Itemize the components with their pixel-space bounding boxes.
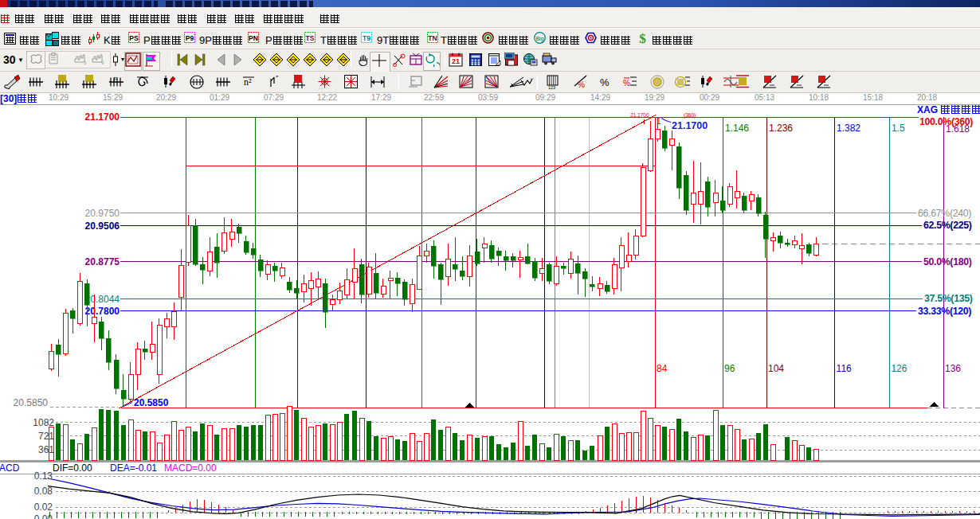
svg-text:116: 116 — [837, 363, 852, 374]
svg-text:P9: P9 — [186, 34, 194, 42]
svg-text:62.5%(225): 62.5%(225) — [923, 220, 972, 231]
svg-text:1.5: 1.5 — [892, 123, 905, 134]
svg-text:50.0%(180): 50.0%(180) — [923, 256, 972, 267]
svg-text:MACD: MACD — [0, 462, 20, 474]
svg-text:14:29: 14:29 — [590, 93, 610, 102]
svg-text:F: F — [114, 76, 118, 83]
svg-text:20.7800: 20.7800 — [85, 306, 120, 317]
svg-text:%: % — [623, 79, 630, 88]
svg-text:1.618: 1.618 — [946, 123, 970, 135]
svg-text:10:29: 10:29 — [49, 93, 69, 102]
svg-text:84: 84 — [657, 363, 668, 374]
svg-text:09:29: 09:29 — [535, 93, 555, 102]
svg-text:33.33%(120): 33.33%(120) — [918, 306, 971, 317]
svg-text:1.146: 1.146 — [725, 123, 749, 134]
svg-text:361: 361 — [38, 444, 54, 455]
svg-text:17:29: 17:29 — [371, 93, 391, 102]
svg-text:15:29: 15:29 — [103, 93, 123, 102]
svg-text:20.9506: 20.9506 — [85, 220, 120, 232]
svg-text:721: 721 — [38, 431, 54, 442]
svg-text:%: % — [600, 76, 610, 88]
svg-text:n²: n² — [244, 76, 252, 88]
svg-text:PN: PN — [249, 34, 258, 42]
svg-text:9: 9 — [101, 60, 104, 65]
svg-text:0.00: 0.00 — [34, 513, 53, 519]
svg-text:$: $ — [639, 32, 646, 45]
svg-text:T9: T9 — [363, 34, 370, 42]
svg-text:0.02: 0.02 — [34, 501, 53, 513]
svg-text:19:29: 19:29 — [645, 93, 664, 102]
svg-text:TS: TS — [306, 34, 315, 42]
svg-text:136: 136 — [945, 363, 961, 374]
svg-text:21: 21 — [452, 57, 460, 65]
svg-text:20:18: 20:18 — [917, 93, 937, 102]
svg-text:01:29: 01:29 — [210, 93, 229, 102]
svg-text:PS: PS — [129, 34, 139, 42]
svg-text:DEA=-0.01: DEA=-0.01 — [110, 462, 157, 474]
svg-text:66.67%(240): 66.67%(240) — [918, 208, 971, 219]
svg-text:21.1700: 21.1700 — [672, 120, 708, 131]
svg-text:(360): (360) — [684, 112, 696, 119]
svg-text:1.382: 1.382 — [837, 123, 860, 134]
svg-text:21.1700: 21.1700 — [630, 112, 649, 118]
svg-text:03:59: 03:59 — [478, 93, 498, 102]
svg-text:0.13: 0.13 — [34, 470, 53, 482]
svg-text:21.1700: 21.1700 — [85, 111, 120, 123]
svg-text:22:59: 22:59 — [424, 93, 444, 102]
svg-text:07:29: 07:29 — [264, 93, 284, 102]
svg-text:20.5850: 20.5850 — [14, 397, 49, 408]
svg-text:104: 104 — [768, 363, 784, 374]
svg-text:1: 1 — [657, 117, 661, 126]
svg-text:37.5%(135): 37.5%(135) — [924, 293, 973, 304]
svg-text:″: ″ — [276, 74, 279, 82]
svg-text:20:29: 20:29 — [156, 93, 176, 102]
svg-text:20.8775: 20.8775 — [85, 256, 120, 267]
svg-text:%: % — [578, 80, 585, 89]
svg-text:10:18: 10:18 — [809, 93, 829, 102]
svg-text:00:29: 00:29 — [700, 93, 719, 102]
svg-text:20.5850: 20.5850 — [134, 397, 169, 408]
svg-text:Big: Big — [535, 36, 543, 42]
svg-text:126: 126 — [891, 363, 907, 374]
svg-text:20.8044: 20.8044 — [85, 294, 120, 305]
svg-text:DIF=0.00: DIF=0.00 — [53, 462, 92, 474]
svg-text:TN: TN — [428, 34, 437, 42]
svg-text:15:18: 15:18 — [863, 93, 883, 102]
svg-text:05:13: 05:13 — [755, 93, 774, 102]
svg-text:3: 3 — [84, 60, 87, 65]
svg-text:96: 96 — [724, 363, 735, 374]
svg-text:1082: 1082 — [33, 417, 54, 428]
svg-text:123: 123 — [548, 85, 555, 90]
svg-text:1.236: 1.236 — [769, 123, 793, 134]
svg-text:MACD=0.00: MACD=0.00 — [164, 462, 217, 474]
svg-text:12:22: 12:22 — [317, 93, 337, 102]
svg-text:20.9750: 20.9750 — [85, 208, 120, 219]
svg-text:0.08: 0.08 — [34, 486, 53, 497]
